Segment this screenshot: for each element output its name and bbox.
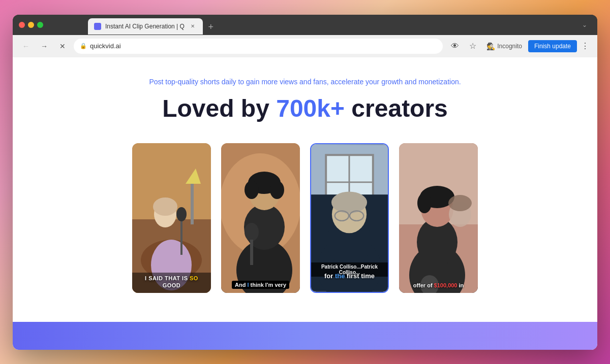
svg-point-42 — [448, 195, 472, 211]
minimize-window-button[interactable] — [28, 22, 34, 28]
svg-point-19 — [245, 223, 259, 241]
video-card-3[interactable]: Patrick Colliso...Patrick Colliso... for… — [310, 143, 389, 293]
incognito-icon: 🕵 — [486, 42, 495, 50]
tab-close-button[interactable]: ✕ — [189, 22, 197, 30]
svg-point-40 — [417, 193, 432, 213]
window-controls-right: ⌄ — [582, 21, 591, 28]
address-bar[interactable]: 🔒 quickvid.ai — [74, 39, 443, 54]
browser-tab[interactable]: Instant AI Clip Generation | Q ✕ — [88, 18, 203, 35]
tagline-text: Post top-quality shorts daily to gain mo… — [149, 78, 461, 86]
eye-slash-icon[interactable]: 👁 — [447, 40, 463, 53]
reload-button[interactable]: ✕ — [55, 39, 70, 53]
svg-rect-20 — [250, 240, 253, 265]
new-tab-button[interactable]: + — [204, 20, 218, 35]
video-cards-container: I SAID THAT IS SO GOOD — [127, 143, 483, 293]
video-card-1[interactable]: I SAID THAT IS SO GOOD — [132, 143, 211, 293]
page-main: Post top-quality shorts daily to gain mo… — [13, 57, 597, 322]
footer-bar — [13, 322, 597, 350]
more-menu-button[interactable]: ⋮ — [579, 41, 591, 51]
browser-window: Instant AI Clip Generation | Q ✕ + ⌄ ← →… — [13, 15, 597, 350]
card-2-caption: And I think I'm very — [232, 281, 289, 289]
title-bar: Instant AI Clip Generation | Q ✕ + ⌄ — [13, 15, 597, 35]
card-1-caption: I SAID THAT IS SO GOOD — [145, 275, 198, 288]
headline: Loved by 700k+ creators — [162, 94, 448, 123]
svg-point-30 — [331, 191, 367, 213]
page-content: Post top-quality shorts daily to gain mo… — [13, 57, 597, 350]
nav-actions: 👁 ☆ 🕵 Incognito Finish update ⋮ — [447, 39, 591, 53]
forward-button[interactable]: → — [37, 39, 51, 53]
finish-update-button[interactable]: Finish update — [528, 40, 577, 52]
svg-rect-8 — [191, 184, 194, 224]
browser-chrome: Instant AI Clip Generation | Q ✕ + ⌄ ← →… — [13, 15, 597, 57]
svg-point-7 — [176, 207, 187, 221]
lock-icon: 🔒 — [80, 43, 87, 49]
headline-part2: creators — [345, 95, 448, 122]
video-card-4[interactable]: offer of $100,000 in — [399, 143, 478, 293]
svg-point-5 — [153, 197, 177, 216]
address-text: quickvid.ai — [90, 42, 437, 50]
card-3-caption: for the first time — [324, 272, 375, 280]
close-window-button[interactable] — [19, 22, 25, 28]
tabs-bar: Instant AI Clip Generation | Q ✕ + — [47, 18, 218, 35]
video-card-2[interactable]: And I think I'm very — [221, 143, 300, 293]
maximize-window-button[interactable] — [37, 22, 43, 28]
svg-point-18 — [270, 181, 284, 199]
traffic-lights — [19, 22, 43, 28]
card-4-caption: offer of $100,000 in — [413, 282, 464, 288]
bookmark-icon[interactable]: ☆ — [465, 39, 480, 53]
incognito-label: Incognito — [497, 43, 522, 50]
tab-favicon — [94, 23, 101, 30]
headline-part1: Loved by — [162, 95, 276, 122]
tab-title: Instant AI Clip Generation | Q — [105, 23, 185, 30]
back-button[interactable]: ← — [19, 39, 33, 53]
headline-highlight: 700k+ — [276, 95, 345, 122]
svg-point-17 — [245, 181, 259, 199]
incognito-button[interactable]: 🕵 Incognito — [482, 40, 526, 52]
nav-bar: ← → ✕ 🔒 quickvid.ai 👁 ☆ 🕵 Incognito Fini… — [13, 35, 597, 57]
